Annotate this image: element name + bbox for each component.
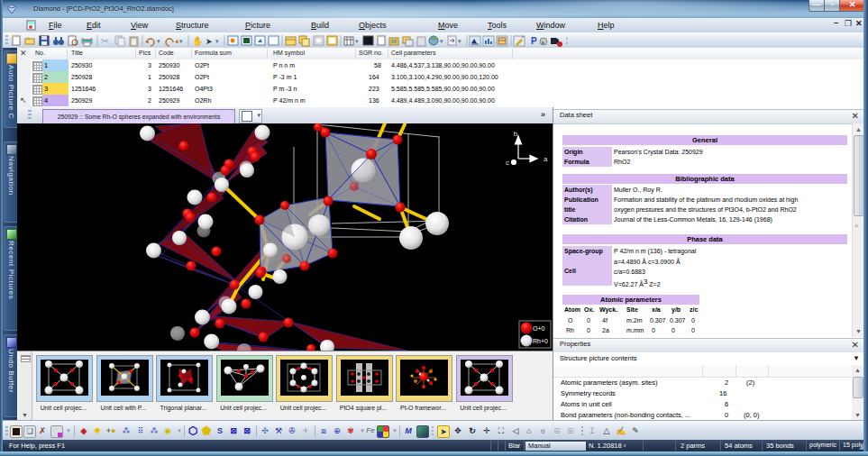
svg-text:➤: ➤	[206, 37, 213, 46]
svg-text:✋: ✋	[192, 35, 204, 47]
svg-text:P: P	[531, 36, 537, 46]
svg-text:c: c	[506, 159, 509, 167]
svg-text:▾: ▾	[157, 38, 160, 44]
svg-text:O+0: O+0	[533, 325, 545, 332]
svg-text:Rh+0: Rh+0	[533, 338, 548, 344]
svg-text:▾: ▾	[458, 38, 461, 44]
svg-text:a: a	[544, 155, 548, 163]
svg-text:▾: ▾	[355, 38, 359, 44]
svg-text:▾: ▾	[440, 38, 443, 44]
svg-text:▾: ▾	[179, 38, 183, 44]
svg-text:▾: ▾	[215, 38, 219, 44]
svg-text:b: b	[514, 130, 518, 138]
svg-text:✂: ✂	[101, 36, 108, 46]
